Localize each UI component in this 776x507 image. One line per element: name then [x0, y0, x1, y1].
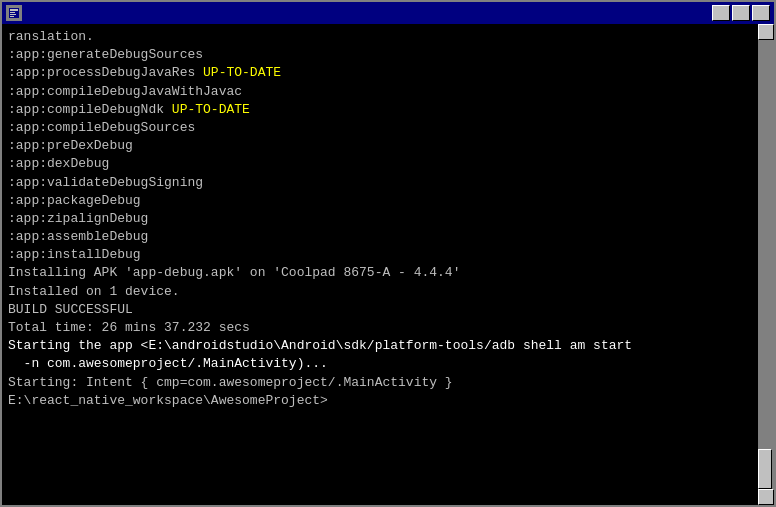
- console-area: ranslation.:app:generateDebugSources:app…: [2, 24, 774, 505]
- title-bar: [2, 2, 774, 24]
- console-line: :app:assembleDebug: [8, 228, 768, 246]
- console-line: :app:preDexDebug: [8, 137, 768, 155]
- svg-rect-4: [10, 16, 14, 17]
- minimize-button[interactable]: [712, 5, 730, 21]
- console-line: Installed on 1 device.: [8, 283, 768, 301]
- console-line: Total time: 26 mins 37.232 secs: [8, 319, 768, 337]
- scrollbar[interactable]: ▲ ▼: [758, 24, 774, 505]
- console-line: E:\react_native_workspace\AwesomeProject…: [8, 392, 768, 410]
- svg-rect-2: [10, 12, 15, 13]
- console-line: :app:validateDebugSigning: [8, 174, 768, 192]
- console-line: :app:dexDebug: [8, 155, 768, 173]
- console-line: :app:compileDebugNdk UP-TO-DATE: [8, 101, 768, 119]
- console-line: :app:compileDebugJavaWithJavac: [8, 83, 768, 101]
- console-line: Installing APK 'app-debug.apk' on 'Coolp…: [8, 264, 768, 282]
- console-line: Starting the app <E:\androidstudio\Andro…: [8, 337, 768, 355]
- scroll-track[interactable]: [758, 40, 774, 489]
- console-line: :app:processDebugJavaRes UP-TO-DATE: [8, 64, 768, 82]
- console-line: :app:packageDebug: [8, 192, 768, 210]
- console-line: Starting: Intent { cmp=com.awesomeprojec…: [8, 374, 768, 392]
- scroll-down-button[interactable]: ▼: [758, 489, 774, 505]
- window-icon: [6, 5, 22, 21]
- cmd-window: ranslation.:app:generateDebugSources:app…: [0, 0, 776, 507]
- console-line: :app:compileDebugSources: [8, 119, 768, 137]
- console-line: :app:zipalignDebug: [8, 210, 768, 228]
- scroll-thumb[interactable]: [758, 449, 772, 489]
- console-line: :app:installDebug: [8, 246, 768, 264]
- svg-rect-1: [10, 9, 18, 11]
- console-line: BUILD SUCCESSFUL: [8, 301, 768, 319]
- close-button[interactable]: [752, 5, 770, 21]
- scroll-up-button[interactable]: ▲: [758, 24, 774, 40]
- console-line: :app:generateDebugSources: [8, 46, 768, 64]
- console-line: -n com.awesomeproject/.MainActivity)...: [8, 355, 768, 373]
- window-controls: [712, 5, 770, 21]
- maximize-button[interactable]: [732, 5, 750, 21]
- svg-rect-3: [10, 14, 16, 15]
- console-output: ranslation.:app:generateDebugSources:app…: [8, 28, 768, 501]
- console-line: ranslation.: [8, 28, 768, 46]
- cmd-icon: [8, 7, 20, 19]
